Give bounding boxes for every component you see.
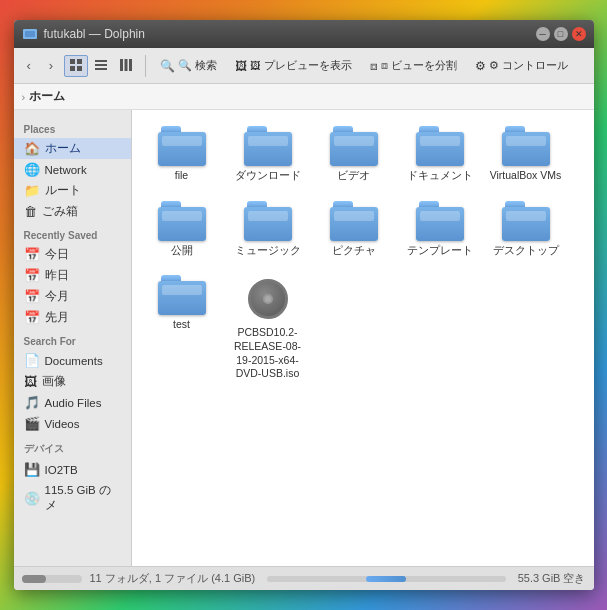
svg-rect-3 bbox=[77, 59, 82, 64]
file-name-virtualbox: VirtualBox VMs bbox=[490, 169, 562, 183]
file-item-pictures[interactable]: ピクチャ bbox=[314, 195, 394, 264]
split-view-button[interactable]: ⧈ ⧈ ビューを分割 bbox=[363, 56, 464, 76]
this-month-icon: 📅 bbox=[24, 289, 40, 304]
folder-icon-templates bbox=[416, 201, 464, 241]
main-content: Places 🏠 ホーム 🌐 Network 📁 ルート 🗑 ごみ箱 Recen… bbox=[14, 110, 594, 566]
sidebar-item-audio[interactable]: 🎵 Audio Files bbox=[14, 392, 131, 413]
titlebar-left: futukabl — Dolphin bbox=[22, 26, 145, 42]
sidebar-section-places: Places bbox=[14, 116, 131, 138]
file-item-virtualbox[interactable]: VirtualBox VMs bbox=[486, 120, 566, 189]
today-icon: 📅 bbox=[24, 247, 40, 262]
sidebar-item-disk[interactable]: 💿 115.5 GiB のメ bbox=[14, 480, 131, 516]
yesterday-icon: 📅 bbox=[24, 268, 40, 283]
svg-rect-5 bbox=[77, 66, 82, 71]
videos-icon: 🎬 bbox=[24, 416, 40, 431]
window-title: futukabl — Dolphin bbox=[44, 27, 145, 41]
titlebar-buttons: ─ □ ✕ bbox=[536, 27, 586, 41]
file-name-templates: テンプレート bbox=[407, 244, 473, 258]
sidebar-item-videos[interactable]: 🎬 Videos bbox=[14, 413, 131, 434]
svg-rect-8 bbox=[95, 68, 107, 70]
columns-view-icon bbox=[120, 59, 132, 71]
view-list-button[interactable] bbox=[89, 55, 113, 77]
sidebar-item-images[interactable]: 🖼 画像 bbox=[14, 371, 131, 392]
control-button[interactable]: ⚙ ⚙ コントロール bbox=[468, 56, 575, 76]
close-button[interactable]: ✕ bbox=[572, 27, 586, 41]
svg-rect-7 bbox=[95, 64, 107, 66]
file-item-pcbsd[interactable]: PCBSD10.2-RELEASE-08-19-2015-x64-DVD-USB… bbox=[228, 269, 308, 387]
icons-view-icon bbox=[70, 59, 82, 71]
file-name-public: 公開 bbox=[171, 244, 193, 258]
file-name-file: file bbox=[175, 169, 188, 183]
folder-icon-video bbox=[330, 126, 378, 166]
trash-icon: 🗑 bbox=[24, 204, 37, 219]
sidebar-item-home[interactable]: 🏠 ホーム bbox=[14, 138, 131, 159]
file-area: file ダウンロード ビデオ bbox=[132, 110, 594, 566]
sidebar-section-recent: Recently Saved bbox=[14, 222, 131, 244]
file-item-test[interactable]: test bbox=[142, 269, 222, 387]
file-name-test: test bbox=[173, 318, 190, 332]
forward-button[interactable]: › bbox=[42, 54, 60, 77]
breadcrumb-bar: › ホーム bbox=[14, 84, 594, 110]
app-icon bbox=[22, 26, 38, 42]
minimize-button[interactable]: ─ bbox=[536, 27, 550, 41]
file-item-video[interactable]: ビデオ bbox=[314, 120, 394, 189]
statusbar-scrollbar[interactable] bbox=[22, 575, 82, 583]
disk-icon: 💿 bbox=[24, 491, 40, 506]
statusbar: 11 フォルダ, 1 ファイル (4.1 GiB) 55.3 GiB 空き bbox=[14, 566, 594, 590]
file-item-public[interactable]: 公開 bbox=[142, 195, 222, 264]
folder-icon-desktop bbox=[502, 201, 550, 241]
view-icons-button[interactable] bbox=[64, 55, 88, 77]
iso-center bbox=[263, 294, 273, 304]
back-button[interactable]: ‹ bbox=[20, 54, 38, 77]
folder-icon-virtualbox bbox=[502, 126, 550, 166]
toolbar-separator-1 bbox=[145, 55, 146, 77]
breadcrumb-current[interactable]: ホーム bbox=[29, 88, 65, 105]
sidebar-item-trash[interactable]: 🗑 ごみ箱 bbox=[14, 201, 131, 222]
file-item-desktop[interactable]: デスクトップ bbox=[486, 195, 566, 264]
list-view-icon bbox=[95, 59, 107, 71]
sidebar-item-network[interactable]: 🌐 Network bbox=[14, 159, 131, 180]
maximize-button[interactable]: □ bbox=[554, 27, 568, 41]
statusbar-text: 11 フォルダ, 1 ファイル (4.1 GiB) bbox=[90, 571, 256, 586]
statusbar-progress-bar bbox=[267, 576, 505, 582]
sidebar-item-documents[interactable]: 📄 Documents bbox=[14, 350, 131, 371]
sidebar-item-root[interactable]: 📁 ルート bbox=[14, 180, 131, 201]
svg-rect-2 bbox=[70, 59, 75, 64]
search-icon: 🔍 bbox=[160, 59, 175, 73]
images-icon: 🖼 bbox=[24, 374, 37, 389]
file-item-music[interactable]: ミュージック bbox=[228, 195, 308, 264]
file-item-templates[interactable]: テンプレート bbox=[400, 195, 480, 264]
progress-indicator bbox=[366, 576, 406, 582]
svg-rect-9 bbox=[120, 59, 123, 71]
statusbar-free-space: 55.3 GiB 空き bbox=[518, 571, 586, 586]
svg-rect-10 bbox=[125, 59, 128, 71]
split-icon: ⧈ bbox=[370, 59, 378, 73]
search-button[interactable]: 🔍 🔍 検索 bbox=[153, 55, 224, 76]
file-name-desktop: デスクトップ bbox=[493, 244, 559, 258]
file-item-download[interactable]: ダウンロード bbox=[228, 120, 308, 189]
sidebar-item-last-month[interactable]: 📅 先月 bbox=[14, 307, 131, 328]
file-item-file[interactable]: file bbox=[142, 120, 222, 189]
sidebar-item-this-month[interactable]: 📅 今月 bbox=[14, 286, 131, 307]
view-columns-button[interactable] bbox=[114, 55, 138, 77]
file-grid: file ダウンロード ビデオ bbox=[142, 120, 584, 387]
folder-icon-public bbox=[158, 201, 206, 241]
sidebar-item-today[interactable]: 📅 今日 bbox=[14, 244, 131, 265]
file-item-documents[interactable]: ドキュメント bbox=[400, 120, 480, 189]
folder-icon-documents bbox=[416, 126, 464, 166]
file-name-pcbsd: PCBSD10.2-RELEASE-08-19-2015-x64-DVD-USB… bbox=[232, 326, 304, 381]
sidebar-item-io2tb[interactable]: 💾 IO2TB bbox=[14, 459, 131, 480]
file-name-pictures: ピクチャ bbox=[332, 244, 376, 258]
sidebar: Places 🏠 ホーム 🌐 Network 📁 ルート 🗑 ごみ箱 Recen… bbox=[14, 110, 132, 566]
preview-button[interactable]: 🖼 🖼 プレビューを表示 bbox=[228, 56, 359, 76]
svg-rect-11 bbox=[129, 59, 132, 71]
io2tb-icon: 💾 bbox=[24, 462, 40, 477]
control-icon: ⚙ bbox=[475, 59, 486, 73]
sidebar-section-devices: デバイス bbox=[14, 434, 131, 459]
view-buttons bbox=[64, 55, 138, 77]
root-icon: 📁 bbox=[24, 183, 40, 198]
iso-file-icon bbox=[248, 279, 288, 319]
file-name-video: ビデオ bbox=[337, 169, 370, 183]
home-icon: 🏠 bbox=[24, 141, 40, 156]
sidebar-item-yesterday[interactable]: 📅 昨日 bbox=[14, 265, 131, 286]
